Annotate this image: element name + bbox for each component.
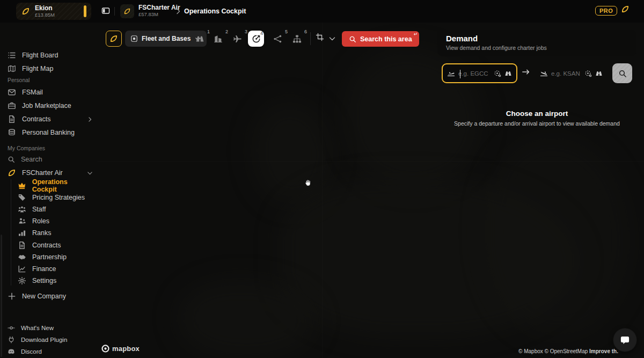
locate-icon[interactable]	[584, 70, 592, 77]
job-marketplace-icon	[8, 101, 16, 110]
demand-search-button[interactable]	[612, 63, 632, 83]
pro-badge[interactable]: PRO	[595, 6, 617, 16]
mapbox-ring-icon	[101, 345, 109, 353]
sidebar-item-flight-map[interactable]: Flight Map	[8, 63, 93, 75]
mapbox-wordmark: mapbox	[112, 345, 140, 353]
search-this-area-button[interactable]: Search this area	[342, 31, 419, 47]
attribution-osm-link[interactable]: © OpenStreetMap	[545, 348, 588, 354]
tool-demand-button[interactable]: 4	[248, 31, 264, 47]
map-gridline	[98, 161, 644, 162]
chat-launcher-button[interactable]	[613, 328, 636, 352]
tool-flights-button[interactable]: 3	[229, 31, 245, 47]
locate-icon[interactable]	[494, 70, 501, 77]
departure-airport-field[interactable]	[442, 63, 517, 83]
sidebar-item-label: Flight Board	[22, 52, 58, 59]
tool-hierarchy-button[interactable]: 6	[289, 31, 305, 47]
sidebar-item-partnership[interactable]: Partnership	[18, 252, 93, 262]
attribution-mapbox-link[interactable]: © Mapbox	[518, 348, 543, 354]
hierarchy-icon	[292, 34, 302, 43]
demand-title: Demand	[446, 34, 628, 43]
submenu-guide-line	[11, 179, 11, 286]
return-key-hint-icon	[413, 32, 418, 36]
breadcrumb: Operations Cockpit	[184, 8, 246, 15]
tool-badge: 3	[245, 29, 247, 34]
sidebar-item-new-company[interactable]: New Company	[8, 290, 93, 302]
sidebar-item-fsmail[interactable]: FSMail	[8, 86, 93, 98]
sidebar-item-label: Pricing Strategies	[32, 194, 85, 201]
sidebar-item-flight-board[interactable]: Flight Board	[8, 49, 93, 61]
roles-icon	[18, 217, 26, 225]
company-quick-button[interactable]	[106, 31, 122, 47]
takeoff-icon	[447, 69, 455, 77]
discord-icon	[8, 348, 15, 355]
sidebar-item-label: Personal Banking	[22, 129, 75, 136]
sidebar-item-contracts[interactable]: Contracts	[8, 113, 93, 125]
sidebar-item-label: Ranks	[32, 229, 51, 237]
sidebar-item-label: Contracts	[32, 242, 61, 249]
personal-account-card[interactable]: Ekion £13.85M	[16, 3, 91, 20]
sidebar-item-staff[interactable]: Staff	[18, 204, 93, 215]
sidebar-company-fscharter-air[interactable]: FSCharter Air	[8, 167, 93, 179]
leaf-logo-icon	[123, 8, 131, 15]
mapbox-logo[interactable]: mapbox	[101, 345, 140, 353]
sidebar-item-whats-new[interactable]: What's New	[8, 322, 93, 334]
sidebar-item-finance[interactable]: Finance	[18, 264, 93, 274]
sidebar-item-pricing-strategies[interactable]: Pricing Strategies	[18, 192, 93, 203]
sidebar-item-label: Job Marketplace	[22, 102, 71, 109]
tool-explore-button[interactable]: 1	[192, 31, 208, 47]
search-area-label: Search this area	[360, 35, 412, 43]
sidebar-item-job-marketplace[interactable]: Job Marketplace	[8, 100, 93, 112]
contracts-icon	[18, 241, 26, 250]
brand-leaf-icon[interactable]	[621, 5, 630, 13]
staff-icon	[18, 205, 26, 214]
sidebar-item-download-plugin[interactable]: Download Plugin	[8, 334, 93, 346]
company-logo[interactable]	[120, 4, 134, 18]
tool-network-button[interactable]: 5	[269, 31, 286, 47]
sidebar-item-operations-cockpit[interactable]: Operations Cockpit	[18, 180, 93, 191]
sidebar-item-label: Partnership	[32, 253, 67, 261]
sidebar-item-company-contracts[interactable]: Contracts	[18, 240, 93, 251]
sidebar-item-personal-banking[interactable]: Personal Banking	[8, 127, 93, 138]
sidebar-toggle-icon[interactable]	[101, 6, 110, 15]
attribution-improve-link[interactable]: Improve th	[589, 348, 617, 354]
departure-airport-input[interactable]	[458, 70, 491, 77]
sidebar-item-label: New Company	[22, 293, 66, 300]
leaf-logo-icon	[109, 34, 118, 43]
sidebar-item-label: FSMail	[22, 89, 43, 96]
chevron-down-icon	[86, 170, 93, 177]
sidebar-search-input[interactable]	[21, 156, 75, 163]
demand-subtitle: View demand and configure charter jobs	[446, 45, 628, 51]
demand-panel-header: Demand View demand and configure charter…	[437, 30, 636, 56]
ranks-icon	[18, 229, 26, 237]
flight-board-icon	[8, 51, 16, 60]
binoculars-icon[interactable]	[504, 70, 512, 77]
sidebar-item-label: Discord	[21, 348, 42, 355]
area-select-icon[interactable]	[316, 33, 324, 41]
sidebar-item-label: What's New	[21, 325, 54, 331]
binoculars-icon[interactable]	[595, 70, 603, 77]
sidebar-scrollbar[interactable]	[1, 235, 2, 357]
sidebar-item-label: Finance	[32, 265, 56, 273]
search-icon	[349, 35, 356, 43]
toolbar-divider	[310, 32, 311, 45]
leaf-logo-icon	[21, 7, 30, 16]
sidebar-item-settings[interactable]: Settings	[18, 275, 93, 286]
airplane-icon	[233, 34, 242, 43]
arrival-airport-field[interactable]	[536, 63, 607, 83]
sidebar-item-label: Staff	[32, 206, 46, 213]
company-name-label: FSCharter Air	[22, 169, 63, 177]
personal-account-balance: £13.85M	[35, 12, 55, 18]
arrival-airport-input[interactable]	[551, 70, 581, 77]
text-caret	[460, 70, 460, 78]
sidebar-item-ranks[interactable]: Ranks	[18, 228, 93, 238]
sidebar-item-roles[interactable]: Roles	[18, 216, 93, 227]
tool-bases-button[interactable]: 2	[210, 31, 226, 47]
building-icon	[214, 34, 223, 43]
map-landmass	[483, 134, 633, 338]
sidebar-search[interactable]	[8, 154, 88, 165]
empty-state-subtitle: Specify a departure and/or arrival airpo…	[437, 120, 636, 127]
sidebar-item-discord[interactable]: Discord	[8, 346, 93, 357]
company-leaf-icon	[8, 169, 16, 177]
contracts-icon	[8, 115, 16, 123]
chevron-down-icon[interactable]	[328, 34, 336, 43]
